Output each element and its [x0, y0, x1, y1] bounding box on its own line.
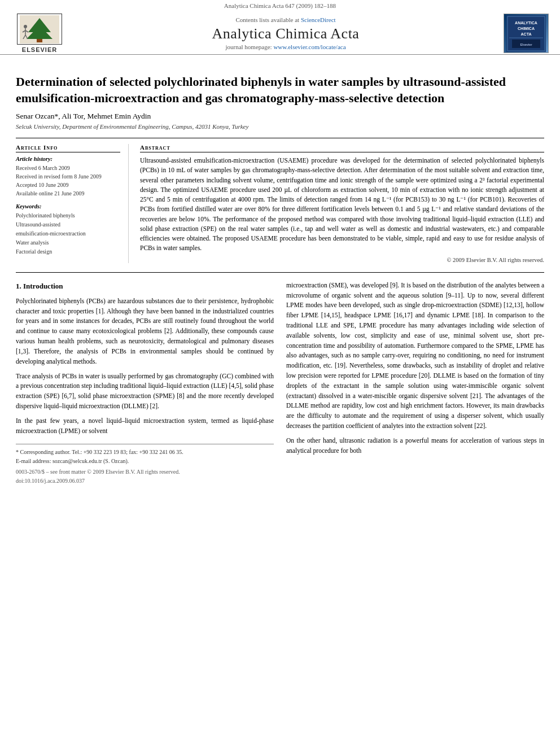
received-date: Received 6 March 2009: [16, 164, 120, 172]
svg-rect-3: [37, 39, 42, 42]
history-label: Article history:: [16, 156, 120, 162]
journal-citation: Analytica Chimica Acta 647 (2009) 182–18…: [0, 0, 560, 9]
svg-point-4: [24, 25, 27, 28]
content-area: Determination of selected polychlorinate…: [0, 55, 560, 485]
keywords-section: Keywords: Polychlorinated biphenyls Ultr…: [16, 203, 120, 256]
body-para-4: microextraction (SME), was developed [9]…: [286, 281, 544, 431]
article-info-panel: Article Info Article history: Received 6…: [16, 144, 129, 263]
sciencedirect-link[interactable]: ScienceDirect: [301, 16, 336, 23]
elsevier-logo-box: [17, 14, 62, 45]
authors-text: Senar Ozcan*, Ali Tor, Mehmet Emin Aydin: [16, 112, 151, 120]
contents-available-line: Contents lists available at ScienceDirec…: [79, 16, 492, 23]
body-col-left: 1. Introduction Polychlorinated biphenyl…: [16, 281, 274, 486]
abstract-text: Ultrasound-assisted emulsification-micro…: [140, 156, 544, 254]
copyright-line: © 2009 Elsevier B.V. All rights reserved…: [140, 257, 544, 263]
svg-text:CHIMICA: CHIMICA: [518, 27, 535, 30]
svg-text:ANALYTICA: ANALYTICA: [515, 21, 537, 25]
body-para-5: On the other hand, ultrasonic radiation …: [286, 436, 544, 456]
keyword-3: emulsification-microextraction: [16, 229, 120, 238]
journal-logo-right: ANALYTICA CHIMICA ACTA Elsevier: [504, 14, 549, 53]
journal-header: ELSEVIER Contents lists available at Sci…: [0, 9, 560, 55]
citation-text: Analytica Chimica Acta 647 (2009) 182–18…: [224, 2, 336, 9]
keyword-4: Water analysis: [16, 238, 120, 247]
contents-text: Contents lists available at: [235, 16, 299, 23]
accepted-date: Accepted 10 June 2009: [16, 181, 120, 189]
svg-text:Elsevier: Elsevier: [520, 43, 532, 46]
journal-homepage-line: journal homepage: www.elsevier.com/locat…: [79, 43, 492, 50]
svg-text:ACTA: ACTA: [521, 32, 532, 36]
body-section: 1. Introduction Polychlorinated biphenyl…: [16, 272, 544, 486]
footnote-corresponding: * Corresponding author. Tel.: +90 332 22…: [16, 448, 274, 457]
abstract-section: Abstract Ultrasound-assisted emulsificat…: [140, 144, 544, 263]
authors: Senar Ozcan*, Ali Tor, Mehmet Emin Aydin: [16, 112, 544, 121]
analytica-logo-icon: ANALYTICA CHIMICA ACTA Elsevier: [506, 15, 546, 52]
keyword-1: Polychlorinated biphenyls: [16, 211, 120, 220]
article-info-abstract-container: Article Info Article history: Received 6…: [16, 138, 544, 263]
body-para-3: In the past few years, a novel liquid–li…: [16, 416, 274, 436]
page: Analytica Chimica Acta 647 (2009) 182–18…: [0, 0, 560, 747]
affiliation: Selcuk University, Department of Environ…: [16, 123, 544, 130]
article-info-heading: Article Info: [16, 144, 120, 152]
bottom-info: 0003-2670/$ – see front matter © 2009 El…: [16, 468, 274, 485]
body-two-col: 1. Introduction Polychlorinated biphenyl…: [16, 281, 544, 486]
footnote-email: E-mail address: sozcan@selcuk.edu.tr (S.…: [16, 457, 274, 466]
doi-line: doi:10.1016/j.aca.2009.06.037: [16, 477, 274, 486]
revised-date: Received in revised form 8 June 2009: [16, 172, 120, 181]
issn-line: 0003-2670/$ – see front matter © 2009 El…: [16, 468, 274, 477]
homepage-link[interactable]: www.elsevier.com/locate/aca: [273, 43, 345, 50]
elsevier-tree-icon: [20, 15, 59, 43]
homepage-label: journal homepage:: [225, 43, 272, 50]
keywords-label: Keywords:: [16, 203, 120, 209]
elsevier-wordmark: ELSEVIER: [22, 46, 57, 53]
body-para-1: Polychlorinated biphenyls (PCBs) are haz…: [16, 296, 274, 367]
article-title: Determination of selected polychlorinate…: [16, 74, 544, 106]
section1-title: 1. Introduction: [16, 281, 274, 292]
journal-center: Contents lists available at ScienceDirec…: [68, 16, 504, 50]
keyword-2: Ultrasound-assisted: [16, 220, 120, 229]
journal-title: Analytica Chimica Acta: [79, 25, 492, 42]
elsevier-logo: ELSEVIER: [11, 14, 68, 53]
available-date: Available online 21 June 2009: [16, 189, 120, 198]
keyword-5: Factorial design: [16, 247, 120, 256]
abstract-heading: Abstract: [140, 144, 544, 152]
body-para-2: Trace analysis of PCBs in water is usual…: [16, 372, 274, 412]
footnote-area: * Corresponding author. Tel.: +90 332 22…: [16, 444, 274, 465]
body-col-right: microextraction (SME), was developed [9]…: [286, 281, 544, 486]
history-section: Article history: Received 6 March 2009 R…: [16, 156, 120, 198]
